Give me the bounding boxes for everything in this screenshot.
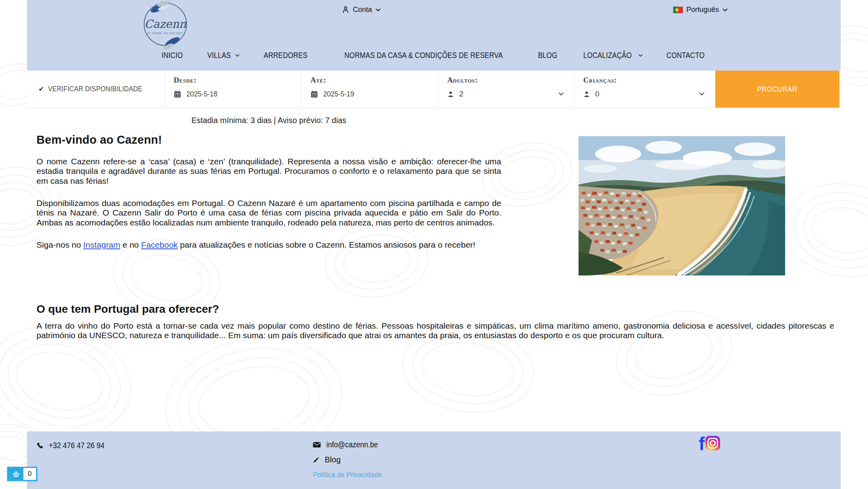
chevron-down-icon — [235, 54, 240, 57]
site-footer: +32 476 47 26 94 info@cazenn.be Blog — [27, 431, 841, 489]
welcome-heading: Bem-vindo ao Cazenn! — [36, 133, 501, 146]
instagram-icon[interactable] — [705, 436, 720, 450]
nav-item-arredores[interactable]: ARREDORES — [260, 51, 311, 60]
children-label: Crianças: — [583, 76, 715, 85]
language-selector[interactable]: Português — [673, 6, 728, 14]
chevron-down-icon — [722, 8, 728, 12]
footer-social-links: f — [699, 436, 720, 452]
chevron-down-icon — [558, 92, 564, 96]
language-label: Português — [686, 6, 719, 14]
account-label: Conta — [353, 6, 372, 14]
checkmark-icon: ✔ — [38, 85, 44, 93]
nav-item-blog[interactable]: BLOG — [537, 51, 559, 60]
footer-phone[interactable]: +32 476 47 26 94 — [36, 441, 111, 450]
follow-paragraph: Siga-nos no Instagram e no Facebook para… — [36, 240, 501, 250]
person-solid-icon — [447, 91, 454, 98]
nav-item-normas[interactable]: NORMAS DA CASA & CONDIÇÕES DE RESERVA — [331, 51, 516, 60]
search-button[interactable]: PROCURAR — [715, 71, 839, 108]
date-to-value: 2025-5-19 — [323, 90, 354, 98]
portugal-heading: O que tem Portugal para oferecer? — [36, 303, 219, 316]
basket-icon — [12, 471, 20, 477]
nav-item-contacto[interactable]: CONTACTO — [663, 51, 708, 60]
footer-links-column: info@cazenn.be Blog Política de Privacid… — [313, 440, 389, 479]
facebook-link[interactable]: Facebook — [141, 240, 178, 249]
portugal-paragraph: A terra do vinho do Porto está a tornar-… — [36, 321, 834, 341]
main-navigation: INICIO VILLAS ARREDORES NORMAS DA CASA &… — [27, 51, 841, 60]
adults-value: 2 — [459, 90, 464, 98]
date-from-label: Desde: — [174, 76, 301, 85]
site-header: Cazenn AT HOME ON HOLIDAY Conta Portuguê… — [27, 0, 841, 71]
welcome-text-column: Bem-vindo ao Cazenn! O nome Cazenn refer… — [36, 133, 501, 263]
nav-item-localizacao[interactable]: LOCALIZAÇÃO — [579, 51, 642, 60]
date-from-picker[interactable]: Desde: 2025-5-18 — [165, 71, 302, 108]
envelope-icon — [313, 442, 321, 448]
page: Cazenn AT HOME ON HOLIDAY Conta Portuguê… — [0, 0, 868, 489]
children-value: 0 — [595, 90, 600, 98]
availability-search-bar: ✔ VERIFICAR DISPONIBILIDADE Desde: 2025-… — [27, 71, 841, 108]
account-menu[interactable]: Conta — [342, 6, 381, 14]
accommodations-paragraph: Disponibilizamos duas acomodações em Por… — [36, 198, 501, 227]
email-address: info@cazenn.be — [326, 440, 378, 449]
intro-paragraph: O nome Cazenn refere-se a ‘casa’ (casa) … — [36, 157, 501, 186]
main-content: Estadia mínima: 3 dias | Aviso prévio: 7… — [27, 108, 841, 431]
children-dropdown[interactable]: Crianças: 0 — [575, 71, 715, 108]
person-icon — [342, 6, 349, 13]
content-frame: Cazenn AT HOME ON HOLIDAY Conta Portuguê… — [27, 0, 841, 489]
chevron-down-icon — [376, 8, 381, 12]
nav-item-villas[interactable]: VILLAS — [205, 51, 240, 60]
cazenn-logo[interactable]: Cazenn AT HOME ON HOLIDAY — [141, 1, 190, 49]
logo-wordmark: Cazenn — [144, 17, 186, 31]
pencil-icon — [313, 457, 319, 463]
cart-widget[interactable]: 0 — [7, 467, 37, 481]
privacy-policy-link[interactable]: Política de Privacidade — [313, 470, 389, 479]
calendar-icon — [174, 90, 181, 98]
logo-leaves-bottom — [160, 35, 182, 49]
date-to-picker[interactable]: Até: 2025-5-19 — [302, 71, 439, 108]
date-from-value: 2025-5-18 — [186, 90, 217, 98]
chevron-down-icon — [699, 92, 705, 96]
verify-availability-label: VERIFICAR DISPONIBILIDADE — [48, 85, 142, 93]
chevron-down-icon — [638, 54, 643, 57]
nazare-beach-photo — [579, 136, 785, 275]
verify-availability-button[interactable]: ✔ VERIFICAR DISPONIBILIDADE — [27, 71, 165, 108]
footer-email[interactable]: info@cazenn.be — [313, 440, 389, 449]
adults-dropdown[interactable]: Adultos: 2 — [439, 71, 575, 108]
nav-item-inicio[interactable]: INICIO — [160, 51, 184, 60]
date-to-label: Até: — [310, 76, 438, 85]
facebook-icon[interactable]: f — [699, 436, 705, 452]
logo-tagline: AT HOME ON HOLIDAY — [147, 32, 183, 35]
footer-blog-link[interactable]: Blog — [313, 455, 389, 464]
stay-conditions-notice: Estadia mínima: 3 dias | Aviso prévio: 7… — [36, 116, 501, 125]
calendar-icon — [310, 90, 318, 98]
adults-label: Adultos: — [447, 76, 574, 85]
phone-icon — [36, 442, 43, 449]
portugal-flag-icon — [673, 7, 683, 13]
cart-count: 0 — [23, 468, 36, 480]
instagram-link[interactable]: Instagram — [83, 240, 120, 249]
blog-label: Blog — [325, 455, 341, 464]
person-solid-icon — [583, 91, 590, 98]
phone-number: +32 476 47 26 94 — [49, 441, 105, 450]
